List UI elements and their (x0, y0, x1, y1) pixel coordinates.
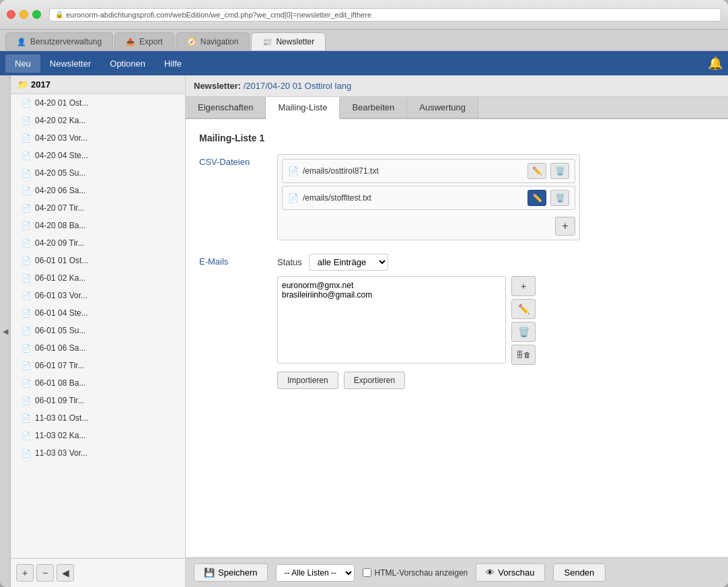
nav-neu[interactable]: Neu (5, 55, 40, 73)
emails-content: Status alle Einträge Subscribed Unsubscr… (277, 254, 715, 389)
list-item[interactable]: 📄 11-03 02 Ka... (11, 427, 185, 444)
breadcrumb-label: Newsletter: (194, 81, 241, 91)
close-button[interactable] (7, 10, 15, 19)
newsletter-item-icon: 📄 (22, 379, 31, 388)
emails-field-row: E-Mails Status alle Einträge Subscribed … (199, 254, 715, 389)
newsletter-item-icon: 📄 (22, 169, 31, 178)
newsletter-item-icon: 📄 (22, 239, 31, 248)
csv-file-row-2: 📄 /emails/stoffltest.txt ✏️ 🗑️ (282, 186, 575, 210)
list-item[interactable]: 📄 06-01 07 Tir... (11, 357, 185, 374)
email-database-delete-button[interactable]: 🗄🗑 (511, 345, 536, 365)
list-item[interactable]: 📄 04-20 05 Su... (11, 164, 185, 182)
list-item[interactable]: 📄 06-01 08 Ba... (11, 374, 185, 392)
email-textarea[interactable]: euronorm@gmx.net brasileiriinho@gmail.co… (277, 276, 506, 364)
sidebar-item-label: 11-03 01 Ost... (35, 413, 88, 423)
sidebar-collapse-button[interactable]: ◀ (57, 564, 74, 582)
html-preview-checkbox[interactable] (363, 568, 371, 577)
breadcrumb: Newsletter: /2017/04-20 01 Osttirol lang (186, 75, 728, 97)
sidebar-header: 📁 2017 (11, 75, 185, 94)
title-bar: 🔒 euronorm-abdichtungsprofi.com/webEditi… (0, 0, 728, 30)
sidebar-item-label: 06-01 05 Su... (35, 326, 85, 335)
list-item[interactable]: 📄 04-20 04 Ste... (11, 147, 185, 164)
url-text: euronorm-abdichtungsprofi.com/webEdition… (66, 11, 371, 19)
nav-newsletter[interactable]: Newsletter (40, 55, 100, 73)
tab-bearbeiten[interactable]: Bearbeiten (340, 97, 407, 118)
emails-label: E-Mails (199, 254, 266, 267)
sidebar-add-button[interactable]: + (16, 564, 34, 582)
tab-auswertung[interactable]: Auswertung (407, 97, 478, 118)
sidebar-item-label: 06-01 01 Ost... (35, 256, 88, 265)
sidebar-item-label: 04-20 02 Ka... (35, 116, 85, 125)
newsletter-item-icon: 📄 (22, 414, 31, 423)
import-button[interactable]: Importieren (277, 372, 338, 389)
email-edit-button[interactable]: ✏️ (511, 299, 536, 319)
list-item[interactable]: 📄 04-20 03 Vor... (11, 129, 185, 147)
newsletter-item-icon: 📄 (22, 116, 31, 125)
list-item[interactable]: 📄 04-20 02 Ka... (11, 112, 185, 129)
preview-button[interactable]: 👁 Vorschau (476, 563, 544, 582)
csv-add-button[interactable]: + (555, 217, 575, 236)
sidebar-item-label: 06-01 09 Tir... (35, 396, 84, 405)
status-select[interactable]: alle Einträge Subscribed Unsubscribed (309, 254, 388, 271)
sidebar-item-label: 04-20 01 Ost... (35, 98, 88, 108)
sidebar-item-label: 06-01 07 Tir... (35, 361, 84, 370)
maximize-button[interactable] (32, 10, 41, 19)
sidebar-toggle[interactable]: ◀ (0, 75, 11, 587)
csv-delete-button-2[interactable]: 🗑️ (550, 190, 569, 206)
list-item[interactable]: 📄 06-01 02 Ka... (11, 269, 185, 287)
tab-label: Export (139, 37, 163, 46)
minimize-button[interactable] (20, 10, 28, 19)
list-item[interactable]: 📄 11-03 01 Ost... (11, 409, 185, 427)
newsletter-item-icon: 📄 (22, 291, 31, 300)
sidebar-item-label: 11-03 02 Ka... (35, 431, 85, 440)
file-doc-icon: 📄 (288, 166, 299, 176)
tab-mailing-liste[interactable]: Mailing-Liste (266, 97, 340, 119)
nav-hilfe[interactable]: Hilfe (155, 55, 191, 73)
save-icon: 💾 (204, 567, 215, 578)
list-item[interactable]: 📄 04-20 07 Tir... (11, 199, 185, 217)
tab-navigation[interactable]: 🧭 Navigation (176, 32, 250, 50)
bottom-bar: 💾 Speichern -- Alle Listen -- HTML-Vorsc… (186, 557, 728, 587)
send-button[interactable]: Senden (553, 563, 606, 582)
newsletter-item-icon: 📄 (22, 449, 31, 458)
list-item[interactable]: 📄 04-20 06 Sa... (11, 182, 185, 199)
list-item[interactable]: 📄 04-20 01 Ost... (11, 94, 185, 112)
list-item[interactable]: 📄 11-03 03 Vor... (11, 444, 185, 462)
tab-eigenschaften[interactable]: Eigenschaften (186, 97, 266, 118)
csv-content: 📄 /emails/osttirol871.txt ✏️ 🗑️ 📄 /email… (277, 154, 715, 240)
sidebar-minus-button[interactable]: − (36, 564, 54, 582)
sidebar-item-label: 06-01 02 Ka... (35, 273, 85, 283)
lists-select[interactable]: -- Alle Listen -- (276, 564, 355, 582)
tab-newsletter[interactable]: 📰 Newsletter (251, 32, 326, 50)
list-item[interactable]: 📄 06-01 04 Ste... (11, 304, 185, 322)
csv-edit-button-2[interactable]: ✏️ (527, 190, 546, 206)
tab-export[interactable]: 📤 Export (114, 32, 174, 50)
tab-benutzerverwaltung[interactable]: 👤 Benutzerverwaltung (5, 32, 113, 50)
list-item[interactable]: 📄 04-20 09 Tir... (11, 234, 185, 252)
csv-delete-button-1[interactable]: 🗑️ (550, 163, 569, 179)
bell-icon[interactable]: 🔔 (708, 56, 723, 71)
csv-file-row-1: 📄 /emails/osttirol871.txt ✏️ 🗑️ (282, 159, 575, 183)
email-delete-button[interactable]: 🗑️ (511, 322, 536, 342)
preview-icon: 👁 (486, 567, 495, 578)
traffic-lights (7, 10, 41, 19)
url-bar[interactable]: 🔒 euronorm-abdichtungsprofi.com/webEditi… (49, 8, 721, 22)
newsletter-item-icon: 📄 (22, 309, 31, 318)
list-item[interactable]: 📄 06-01 01 Ost... (11, 252, 185, 269)
newsletter-item-icon: 📄 (22, 256, 31, 265)
html-preview-label[interactable]: HTML-Vorschau anzeigen (363, 568, 468, 578)
email-side-buttons: + ✏️ 🗑️ 🗄🗑 (511, 276, 536, 365)
lock-icon: 🔒 (55, 11, 63, 18)
email-add-button[interactable]: + (511, 276, 536, 296)
save-button[interactable]: 💾 Speichern (194, 563, 268, 582)
list-item[interactable]: 📄 04-20 08 Ba... (11, 217, 185, 234)
list-item[interactable]: 📄 06-01 06 Sa... (11, 339, 185, 357)
list-item[interactable]: 📄 06-01 05 Su... (11, 322, 185, 339)
nav-optionen[interactable]: Optionen (100, 55, 155, 73)
export-button[interactable]: Exportieren (344, 372, 405, 389)
export-icon: 📤 (126, 38, 135, 46)
list-item[interactable]: 📄 06-01 03 Vor... (11, 287, 185, 304)
csv-edit-button-1[interactable]: ✏️ (527, 163, 546, 179)
sidebar-item-label: 04-20 09 Tir... (35, 238, 84, 248)
list-item[interactable]: 📄 06-01 09 Tir... (11, 392, 185, 409)
